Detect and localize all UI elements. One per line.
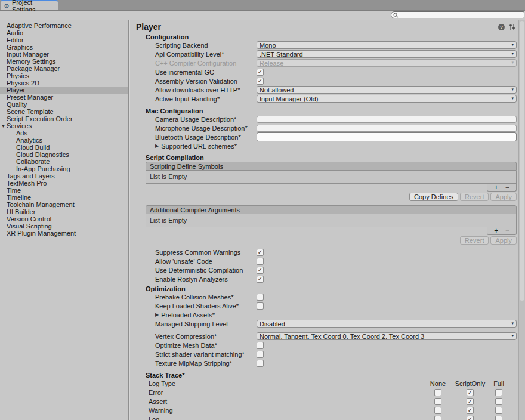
prebake-collision-meshes-checkbox[interactable] (257, 294, 264, 301)
help-icon[interactable]: ? (498, 24, 505, 30)
microphone-usage-description-field[interactable] (257, 125, 517, 132)
sidebar-item-graphics[interactable]: Graphics (0, 44, 128, 51)
field-control (257, 258, 517, 265)
player-settings-content: Player ? ConfigurationScripting BackendM… (136, 20, 517, 420)
stacktrace-error-scriptonly-checkbox[interactable]: ✓ (467, 389, 474, 396)
section-header-mac-configuration: Mac Configuration (146, 107, 517, 115)
active-input-handling-dropdown[interactable]: Input Manager (Old)▾ (257, 95, 517, 103)
api-compatibility-level-dropdown[interactable]: .NET Standard▾ (257, 50, 517, 58)
texture-mipmap-stripping-checkbox[interactable] (257, 360, 264, 367)
stacktrace-row-assert: Assert✓ (146, 397, 517, 406)
stacktrace-warning-scriptonly-checkbox[interactable]: ✓ (467, 407, 474, 414)
managed-stripping-level-dropdown[interactable]: Disabled▾ (257, 320, 517, 328)
sidebar-item-scene-template[interactable]: Scene Template (0, 108, 128, 115)
sidebar-item-package-manager[interactable]: Package Manager (0, 65, 128, 72)
stacktrace-log-none-checkbox[interactable] (434, 416, 441, 420)
stacktrace-header-label: Log Type (146, 380, 422, 387)
revert-button: Revert (460, 236, 489, 245)
stacktrace-log-full-checkbox[interactable] (495, 416, 502, 420)
remove-item-button[interactable]: − (505, 184, 509, 190)
sidebar-item-time[interactable]: Time (0, 187, 128, 194)
sidebar-item-xr-plugin-management[interactable]: XR Plugin Management (0, 230, 128, 237)
allow-downloads-over-http-dropdown[interactable]: Not allowed▾ (257, 86, 517, 94)
stacktrace-error-none-checkbox[interactable] (434, 389, 441, 396)
sidebar-item-in-app-purchasing[interactable]: In-App Purchasing (0, 165, 128, 172)
sidebar-item-textmesh-pro[interactable]: TextMesh Pro (0, 180, 128, 187)
sidebar-item-script-execution-order[interactable]: Script Execution Order (0, 115, 128, 122)
stacktrace-warning-none-checkbox[interactable] (434, 407, 441, 414)
sidebar-item-services[interactable]: ▼Services (0, 122, 128, 129)
logtype-label: Log (146, 416, 422, 420)
sidebar-item-input-manager[interactable]: Input Manager (0, 51, 128, 58)
scrollbar-thumb[interactable] (520, 21, 524, 301)
allow-unsafe-code-checkbox[interactable] (257, 258, 264, 265)
suppress-common-warnings-checkbox[interactable]: ✓ (257, 249, 264, 256)
sidebar-item-physics-2d[interactable]: Physics 2D (0, 79, 128, 87)
row-strict-shader-variant-matching: Strict shader variant matching* (146, 350, 517, 359)
row-active-input-handling: Active Input Handling*Input Manager (Old… (146, 94, 517, 103)
add-item-button[interactable]: + (494, 184, 498, 190)
row-assembly-version-validation: Assembly Version Validation✓ (146, 76, 517, 85)
sidebar-item-analytics[interactable]: Analytics (0, 137, 128, 144)
field-label: Allow downloads over HTTP* (146, 87, 257, 94)
field-label: Prebake Collision Meshes* (146, 294, 257, 301)
field-control: Input Manager (Old)▾ (257, 95, 517, 103)
vertex-compression-dropdown[interactable]: Normal, Tangent, Tex Coord 0, Tex Coord … (257, 332, 517, 340)
keep-loaded-shaders-alive-checkbox[interactable] (257, 302, 264, 310)
sidebar-item-ui-builder[interactable]: UI Builder (0, 208, 128, 215)
sidebar-item-version-control[interactable]: Version Control (0, 215, 128, 223)
sidebar-item-cloud-diagnostics[interactable]: Cloud Diagnostics (0, 151, 128, 158)
chevron-down-icon: ▾ (511, 96, 514, 101)
stacktrace-error-full-checkbox[interactable] (495, 389, 502, 396)
use-deterministic-compilation-checkbox[interactable]: ✓ (257, 267, 264, 274)
sidebar-item-physics[interactable]: Physics (0, 72, 128, 79)
stacktrace-warning-full-checkbox[interactable] (495, 407, 502, 414)
sidebar-item-toolchain-management[interactable]: Toolchain Management (0, 201, 128, 208)
sidebar-item-tags-and-layers[interactable]: Tags and Layers (0, 172, 128, 180)
assembly-version-validation-checkbox[interactable]: ✓ (257, 78, 264, 85)
sidebar-item-visual-scripting[interactable]: Visual Scripting (0, 223, 128, 230)
field-control: ✓ (257, 267, 517, 274)
stacktrace-cell (422, 389, 453, 396)
sidebar-item-collaborate[interactable]: Collaborate (0, 158, 128, 165)
search-input[interactable] (391, 11, 524, 18)
row-enable-roslyn-analyzers: Enable Roslyn Analyzers✓ (146, 274, 517, 283)
remove-item-button[interactable]: − (505, 228, 509, 234)
stacktrace-log-scriptonly-checkbox[interactable]: ✓ (467, 416, 474, 420)
vertical-scrollbar[interactable] (518, 20, 525, 420)
stacktrace-cell: ✓ (453, 389, 487, 396)
add-item-button[interactable]: + (494, 228, 498, 234)
preloaded-assets-foldout[interactable]: ▶Preloaded Assets* (146, 310, 517, 319)
copy-defines-button[interactable]: Copy Defines (409, 193, 458, 201)
stacktrace-row-warning: Warning✓ (146, 406, 517, 415)
stacktrace-assert-scriptonly-checkbox[interactable]: ✓ (467, 398, 474, 405)
row-keep-loaded-shaders-alive: Keep Loaded Shaders Alive* (146, 301, 517, 310)
enable-roslyn-analyzers-checkbox[interactable]: ✓ (257, 276, 264, 283)
presets-icon[interactable] (508, 23, 515, 30)
stacktrace-assert-full-checkbox[interactable] (495, 398, 502, 405)
sidebar-item-preset-manager[interactable]: Preset Manager (0, 94, 128, 101)
stacktrace-cell (422, 416, 453, 420)
use-incremental-gc-checkbox[interactable]: ✓ (257, 69, 264, 76)
panel-header: Player ? (136, 20, 517, 32)
field-control: Release▾ (257, 59, 517, 67)
sidebar-item-memory-settings[interactable]: Memory Settings (0, 58, 128, 65)
sidebar-item-player[interactable]: Player (0, 87, 128, 94)
supported-url-schemes-foldout[interactable]: ▶Supported URL schemes* (146, 141, 517, 150)
scripting-backend-dropdown[interactable]: Mono▾ (257, 41, 517, 49)
sidebar-item-label: Memory Settings (7, 58, 56, 65)
strict-shader-variant-matching-checkbox[interactable] (257, 351, 264, 358)
sidebar-item-timeline[interactable]: Timeline (0, 194, 128, 201)
camera-usage-description-field[interactable] (257, 116, 517, 123)
stacktrace-assert-none-checkbox[interactable] (434, 398, 441, 405)
sidebar-item-quality[interactable]: Quality (0, 101, 128, 108)
sidebar-item-editor[interactable]: Editor (0, 36, 128, 44)
tab-project-settings[interactable]: ⚙ Project Settings (1, 0, 58, 10)
sidebar-item-ads[interactable]: Ads (0, 129, 128, 137)
sidebar-item-audio[interactable]: Audio (0, 29, 128, 36)
optimize-mesh-data-checkbox[interactable] (257, 342, 264, 349)
bluetooth-usage-description-field[interactable] (257, 132, 517, 141)
row-use-incremental-gc: Use incremental GC✓ (146, 67, 517, 76)
sidebar-item-cloud-build[interactable]: Cloud Build (0, 144, 128, 151)
sidebar-item-adaptive-performance[interactable]: Adaptive Performance (0, 22, 128, 29)
